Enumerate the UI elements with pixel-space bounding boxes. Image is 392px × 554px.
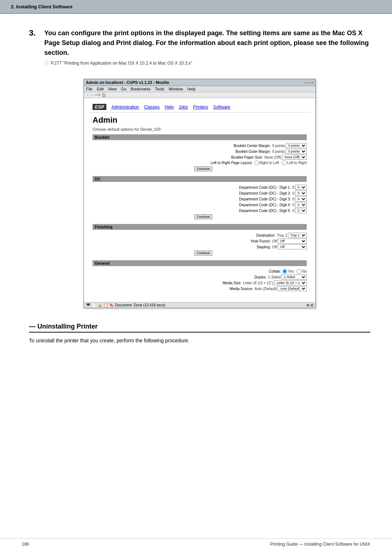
label-holepunch: Hole Punch: xyxy=(251,239,270,243)
statusbar-icon1: 🖥️ xyxy=(86,303,90,307)
nav-classes[interactable]: Classes xyxy=(144,105,160,110)
esp-logo: ESP xyxy=(93,104,106,110)
select-holepunch[interactable]: Off xyxy=(278,239,307,244)
value-booklet-center: 0 points 0 points xyxy=(272,143,307,148)
step3-block: 3. You can configure the print options i… xyxy=(29,28,370,72)
menu-window[interactable]: Window xyxy=(169,87,183,91)
select-dc1[interactable]: 0 xyxy=(295,185,307,190)
close-icon[interactable]: × xyxy=(311,81,313,85)
browser-titlebar: Admin on localhost - CUPS v1.1.23 - Mozi… xyxy=(84,79,315,86)
section-number: 2. xyxy=(11,4,15,9)
browser-menubar: File Edit View Go Bookmarks Tools Window… xyxy=(84,86,315,92)
step3-number: 3. xyxy=(29,28,40,72)
statusbar-icon2: 📄 xyxy=(92,303,96,307)
select-booklet-paper[interactable]: None (Off) xyxy=(282,155,307,160)
nav-administration[interactable]: Administration xyxy=(111,105,139,110)
label-dc1: Department Code (DC) - Digit 1: xyxy=(239,186,291,190)
menu-bookmarks[interactable]: Bookmarks xyxy=(131,87,151,91)
field-row-dc1: Department Code (DC) - Digit 1: 0 0 xyxy=(100,185,307,190)
nav-printers[interactable]: Printers xyxy=(193,105,208,110)
value-dc1: 0 0 xyxy=(292,185,307,190)
select-mediasize[interactable]: Letter (8 1/2 × 11") xyxy=(274,280,307,285)
radio-collate-no[interactable] xyxy=(297,269,301,274)
radio-right-to-left[interactable] xyxy=(254,160,259,165)
browser-statusbar: 🖥️ 📄 🔒 📋 🔖 Document: Done (12.418 secs) … xyxy=(84,302,315,308)
select-dc4[interactable]: 0 xyxy=(295,202,307,207)
cups-fields-booklet: Booklet Center Margin: 0 points 0 points… xyxy=(93,142,307,174)
radio-collate-yes[interactable] xyxy=(282,269,287,274)
menu-tools[interactable]: Tools xyxy=(155,87,164,91)
field-row-holepunch: Hole Punch: Off Off xyxy=(100,239,307,244)
continue-btn-finishing[interactable]: Continue xyxy=(194,250,212,256)
uninstall-title: — Uninstalling Printer xyxy=(29,323,370,333)
value-collate: Yes No xyxy=(282,269,307,274)
statusbar-icon4: 📋 xyxy=(103,303,108,307)
cups-section-general: General Collate: Yes No Duplex: 1-Sided … xyxy=(93,260,307,293)
maximize-icon[interactable]: □ xyxy=(308,81,310,85)
select-dc2[interactable]: 0 xyxy=(295,191,307,196)
value-mediasize: Letter (8 1/2 × 11") Letter (8 1/2 × 11"… xyxy=(243,280,307,285)
value-dc5: 0 0 xyxy=(292,208,307,213)
cups-fields-finishing: Destination: Tray 1 Tray 1 Hole Punch: O… xyxy=(93,231,307,258)
nav-software[interactable]: Software xyxy=(213,105,230,110)
select-dc3[interactable]: 0 xyxy=(295,196,307,201)
label-booklet-layout: Left to Right Page Layout: xyxy=(211,161,253,165)
field-row-duplex: Duplex: 1-Sided 1-Sided xyxy=(100,274,307,280)
section-title: Installing Client Software xyxy=(16,4,72,9)
label-duplex: Duplex: xyxy=(254,275,267,279)
value-holepunch: Off Off xyxy=(272,239,307,244)
field-row-booklet-layout: Left to Right Page Layout: Right to Left… xyxy=(100,160,307,165)
label-mediasize: Media Size: xyxy=(222,281,241,285)
step3-text: You can configure the print options in t… xyxy=(44,28,370,58)
label-dc3: Department Code (DC) - Digit 3: xyxy=(239,197,291,201)
value-stapling: Off Off xyxy=(272,244,307,249)
continue-btn-dc[interactable]: Continue xyxy=(194,214,212,219)
select-mediasource[interactable]: Auto (Default) xyxy=(278,286,307,291)
footer-right-text: Printing Guide — Installing Client Softw… xyxy=(270,542,370,547)
select-stapling[interactable]: Off xyxy=(278,244,307,249)
cups-section-booklet: Booklet Booklet Center Margin: 0 points … xyxy=(93,134,307,174)
value-dc2: 0 0 xyxy=(292,191,307,196)
menu-edit[interactable]: Edit xyxy=(97,87,104,91)
field-row-booklet-outer: Booklet Outer Margin: 0 points 0 points xyxy=(100,149,307,154)
menu-file[interactable]: File xyxy=(86,87,93,91)
select-booklet-center[interactable]: 0 points xyxy=(286,143,307,148)
label-dc4: Department Code (DC) - Digit 4: xyxy=(239,203,291,207)
field-row-stapling: Stapling: Off Off xyxy=(100,244,307,249)
cups-section-header-booklet: Booklet xyxy=(93,134,307,140)
menu-help[interactable]: Help xyxy=(187,87,196,91)
cups-section-header-finishing: Finishing xyxy=(93,224,307,230)
menu-go[interactable]: Go xyxy=(121,87,126,91)
radio-left-to-right[interactable] xyxy=(282,160,286,165)
select-duplex[interactable]: 1-Sided xyxy=(281,274,307,280)
statusbar-text: Document: Done (12.418 secs) xyxy=(115,303,165,307)
nav-jobs[interactable]: Jobs xyxy=(179,105,188,110)
step3-ref-text: P.277 "Printing from Application on Mac … xyxy=(51,61,192,66)
cups-fields-dc: Department Code (DC) - Digit 1: 0 0 Depa… xyxy=(93,183,307,222)
cups-subtitle: Choose default options for Denali_103: xyxy=(93,127,307,131)
label-collate: Collate: xyxy=(269,269,281,273)
cups-nav: ESP Administration Classes Help Jobs Pri… xyxy=(89,102,310,113)
field-row-mediasize: Media Size: Letter (8 1/2 × 11") Letter … xyxy=(100,280,307,285)
label-dc2: Department Code (DC) - Digit 2: xyxy=(239,191,291,195)
step3-reference: 📄 P.277 "Printing from Application on Ma… xyxy=(44,61,370,66)
ref-icon: 📄 xyxy=(44,61,49,65)
header-bar: 2. Installing Client Software xyxy=(0,0,392,14)
menu-view[interactable]: View xyxy=(108,87,117,91)
minimize-icon[interactable]: — xyxy=(304,81,307,85)
field-row-collate: Collate: Yes No xyxy=(100,269,307,274)
nav-help[interactable]: Help xyxy=(165,105,174,110)
cups-body: ESP Administration Classes Help Jobs Pri… xyxy=(84,98,315,302)
field-row-destination: Destination: Tray 1 Tray 1 xyxy=(100,233,307,238)
browser-win-controls[interactable]: — □ × xyxy=(304,81,313,85)
main-content: 3. You can configure the print options i… xyxy=(0,14,392,359)
select-booklet-outer[interactable]: 0 points xyxy=(286,149,307,154)
value-duplex: 1-Sided 1-Sided xyxy=(268,274,307,280)
browser-title: Admin on localhost - CUPS v1.1.23 - Mozi… xyxy=(86,80,169,85)
continue-btn-booklet[interactable]: Continue xyxy=(194,166,212,171)
footer-page-number: 186 xyxy=(22,542,29,547)
select-destination[interactable]: Tray 1 xyxy=(288,233,307,238)
label-dc5: Department Code (DC) - Digit 5: xyxy=(239,209,291,213)
select-dc5[interactable]: 0 xyxy=(295,208,307,213)
value-booklet-paper: None (Off) None (Off) xyxy=(265,155,307,160)
